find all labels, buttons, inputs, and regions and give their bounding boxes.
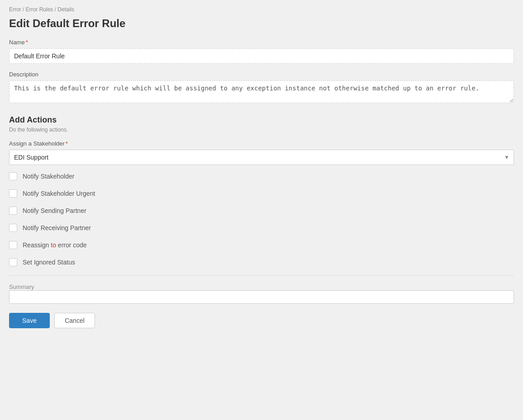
page-container: Error / Error Rules / Details Edit Defau…: [0, 0, 523, 420]
checkbox-notify-receiving-partner: Notify Receiving Partner: [9, 224, 514, 232]
set-ignored-status-checkbox[interactable]: [9, 258, 17, 266]
stakeholder-select[interactable]: EDI Support Other Team Admin: [9, 150, 514, 165]
notify-sending-partner-label: Notify Sending Partner: [23, 207, 86, 214]
set-ignored-status-label: Set Ignored Status: [23, 259, 75, 266]
name-required-star: *: [26, 39, 28, 46]
notify-sending-partner-checkbox[interactable]: [9, 207, 17, 215]
assign-stakeholder-label: Assign a Stakeholder*: [9, 140, 514, 147]
form-section: Name* Description This is the default er…: [9, 39, 514, 328]
name-input[interactable]: [9, 48, 514, 64]
name-group: Name*: [9, 39, 514, 64]
description-textarea[interactable]: This is the default error rule which wil…: [9, 80, 514, 103]
notify-stakeholder-label: Notify Stakeholder: [23, 173, 74, 180]
reassign-to-error-code-label: Reassign to error code: [23, 241, 87, 249]
notify-stakeholder-urgent-label: Notify Stakeholder Urgent: [23, 190, 95, 197]
checkbox-notify-stakeholder-urgent: Notify Stakeholder Urgent: [9, 189, 514, 198]
stakeholder-select-wrapper: EDI Support Other Team Admin ▼: [9, 150, 514, 165]
summary-group: Summary: [9, 283, 514, 304]
page-title: Edit Default Error Rule: [9, 17, 514, 30]
notify-receiving-partner-label: Notify Receiving Partner: [23, 224, 91, 231]
name-label: Name*: [9, 39, 514, 46]
add-actions-subtitle: Do the following actions.: [9, 127, 514, 133]
button-row: Save Cancel: [9, 313, 514, 328]
reassign-highlight: to: [51, 241, 56, 249]
assign-stakeholder-group: Assign a Stakeholder* EDI Support Other …: [9, 140, 514, 165]
checkbox-notify-sending-partner: Notify Sending Partner: [9, 207, 514, 215]
checkbox-set-ignored-status: Set Ignored Status: [9, 258, 514, 266]
notify-stakeholder-urgent-checkbox[interactable]: [9, 189, 17, 198]
breadcrumb: Error / Error Rules / Details: [9, 6, 514, 13]
description-label: Description: [9, 71, 514, 78]
add-actions-section: Add Actions Do the following actions.: [9, 115, 514, 133]
notify-receiving-partner-checkbox[interactable]: [9, 224, 17, 232]
section-divider-line: [9, 275, 514, 276]
add-actions-title: Add Actions: [9, 115, 514, 125]
cancel-button[interactable]: Cancel: [54, 313, 95, 328]
description-group: Description This is the default error ru…: [9, 71, 514, 104]
notify-stakeholder-checkbox[interactable]: [9, 172, 17, 180]
stakeholder-required-star: *: [66, 140, 68, 147]
checkbox-reassign-to-error-code: Reassign to error code: [9, 241, 514, 249]
reassign-to-error-code-checkbox[interactable]: [9, 241, 17, 249]
summary-input[interactable]: [9, 290, 514, 304]
summary-label: Summary: [9, 283, 34, 290]
save-button[interactable]: Save: [9, 313, 50, 328]
checkbox-notify-stakeholder: Notify Stakeholder: [9, 172, 514, 180]
